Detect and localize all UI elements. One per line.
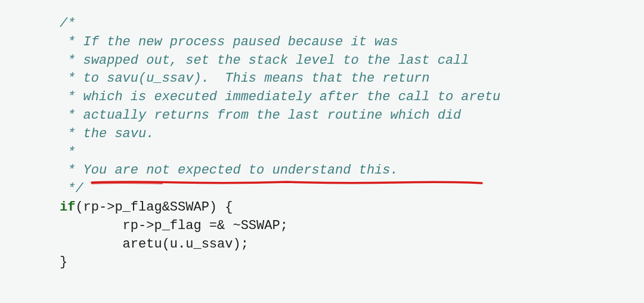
if-keyword: if xyxy=(60,200,75,215)
comment-close: */ xyxy=(60,181,83,196)
if-condition: (rp->p_flag&SSWAP) { xyxy=(75,200,233,215)
comment-line: * the savu. xyxy=(60,126,154,141)
code-block: /* * If the new process paused because i… xyxy=(60,15,644,272)
code-body-line: rp->p_flag =& ~SSWAP; xyxy=(60,218,288,233)
code-body-line: aretu(u.u_ssav); xyxy=(60,237,249,252)
comment-open: /* xyxy=(60,16,75,31)
comment-line-highlighted: * You are not expected to understand thi… xyxy=(60,163,398,178)
close-brace: } xyxy=(60,255,67,270)
comment-line: * If the new process paused because it w… xyxy=(60,35,398,50)
comment-line: * to savu(u_ssav). This means that the r… xyxy=(60,71,430,86)
if-statement: if(rp->p_flag&SSWAP) { xyxy=(60,200,233,215)
comment-line: * actually returns from the last routine… xyxy=(60,108,461,123)
comment-line: * which is executed immediately after th… xyxy=(60,89,500,104)
comment-line: * swapped out, set the stack level to th… xyxy=(60,53,469,68)
comment-line: * xyxy=(60,145,75,160)
